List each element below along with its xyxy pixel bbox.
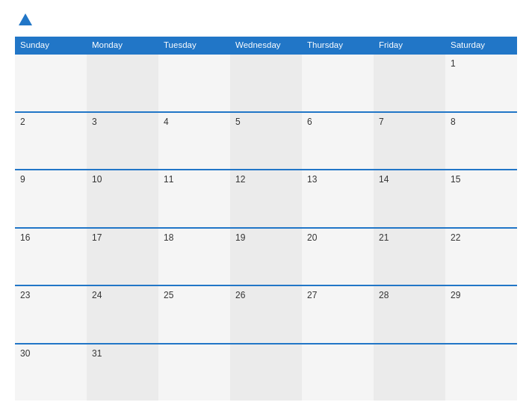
calendar-cell: 14 bbox=[374, 170, 445, 227]
day-number: 8 bbox=[451, 117, 456, 127]
day-number: 19 bbox=[235, 232, 245, 243]
calendar-cell: 6 bbox=[302, 113, 374, 170]
day-number: 22 bbox=[451, 232, 460, 243]
calendar-week-2: 2345678 bbox=[15, 111, 517, 170]
day-number: 12 bbox=[235, 174, 245, 185]
calendar-body: 1234567891011121314151617181920212223242… bbox=[15, 53, 517, 401]
day-number: 4 bbox=[164, 117, 169, 127]
calendar-cell: 21 bbox=[374, 229, 445, 285]
calendar-cell: 18 bbox=[158, 229, 230, 285]
day-number: 2 bbox=[20, 117, 25, 127]
header-saturday: Saturday bbox=[445, 37, 517, 53]
day-number: 1 bbox=[451, 58, 456, 69]
day-number: 28 bbox=[379, 290, 389, 300]
calendar-week-5: 23242526272829 bbox=[15, 285, 517, 343]
calendar-cell: 25 bbox=[158, 286, 230, 343]
day-number: 18 bbox=[164, 232, 173, 243]
header-friday: Friday bbox=[374, 37, 445, 53]
day-number: 21 bbox=[379, 232, 389, 243]
day-number: 3 bbox=[92, 117, 97, 127]
calendar-cell: 4 bbox=[158, 113, 230, 170]
calendar-week-1: 1 bbox=[15, 53, 517, 111]
day-number: 23 bbox=[20, 290, 30, 300]
day-number: 24 bbox=[92, 290, 102, 300]
calendar-cell bbox=[302, 55, 374, 111]
calendar-cell: 16 bbox=[15, 229, 87, 285]
calendar-cell bbox=[230, 344, 302, 401]
calendar-cell bbox=[15, 55, 87, 111]
day-number: 9 bbox=[20, 174, 25, 185]
calendar-cell: 10 bbox=[87, 170, 158, 227]
day-number: 31 bbox=[92, 348, 102, 359]
day-number: 15 bbox=[451, 174, 460, 185]
calendar-week-6: 3031 bbox=[15, 343, 517, 401]
calendar-cell bbox=[87, 55, 158, 111]
header bbox=[15, 13, 517, 26]
calendar-cell: 23 bbox=[15, 286, 87, 343]
calendar-cell: 24 bbox=[87, 286, 158, 343]
calendar-cell: 13 bbox=[302, 170, 374, 227]
calendar-cell: 15 bbox=[445, 170, 517, 227]
calendar-cell: 28 bbox=[374, 286, 445, 343]
calendar-cell: 29 bbox=[445, 286, 517, 343]
day-number: 13 bbox=[307, 174, 317, 185]
day-number: 6 bbox=[307, 117, 312, 127]
logo-triangle-icon bbox=[19, 13, 32, 25]
header-wednesday: Wednesday bbox=[230, 37, 302, 53]
calendar-cell: 22 bbox=[445, 229, 517, 285]
calendar-cell: 27 bbox=[302, 286, 374, 343]
header-tuesday: Tuesday bbox=[158, 37, 230, 53]
calendar-week-3: 9101112131415 bbox=[15, 169, 517, 227]
calendar-cell bbox=[374, 344, 445, 401]
calendar-cell: 31 bbox=[87, 344, 158, 401]
calendar-cell: 12 bbox=[230, 170, 302, 227]
calendar: Sunday Monday Tuesday Wednesday Thursday… bbox=[15, 37, 517, 401]
calendar-cell: 11 bbox=[158, 170, 230, 227]
calendar-cell: 17 bbox=[87, 229, 158, 285]
calendar-cell bbox=[302, 344, 374, 401]
calendar-cell: 1 bbox=[445, 55, 517, 111]
logo bbox=[15, 13, 32, 26]
calendar-cell: 9 bbox=[15, 170, 87, 227]
day-number: 27 bbox=[307, 290, 317, 300]
calendar-cell bbox=[374, 55, 445, 111]
calendar-cell: 20 bbox=[302, 229, 374, 285]
calendar-header: Sunday Monday Tuesday Wednesday Thursday… bbox=[15, 37, 517, 53]
calendar-cell: 5 bbox=[230, 113, 302, 170]
calendar-cell: 26 bbox=[230, 286, 302, 343]
day-number: 17 bbox=[92, 232, 102, 243]
calendar-page: Sunday Monday Tuesday Wednesday Thursday… bbox=[0, 0, 532, 411]
day-number: 16 bbox=[20, 232, 30, 243]
calendar-cell: 30 bbox=[15, 344, 87, 401]
calendar-cell: 2 bbox=[15, 113, 87, 170]
day-number: 10 bbox=[92, 174, 102, 185]
calendar-cell: 19 bbox=[230, 229, 302, 285]
day-number: 7 bbox=[379, 117, 384, 127]
day-number: 26 bbox=[235, 290, 245, 300]
day-number: 14 bbox=[379, 174, 389, 185]
calendar-cell: 8 bbox=[445, 113, 517, 170]
day-number: 11 bbox=[164, 174, 173, 185]
day-number: 29 bbox=[451, 290, 460, 300]
header-sunday: Sunday bbox=[15, 37, 87, 53]
calendar-week-4: 16171819202122 bbox=[15, 227, 517, 285]
day-number: 25 bbox=[164, 290, 173, 300]
calendar-cell bbox=[158, 55, 230, 111]
day-number: 20 bbox=[307, 232, 317, 243]
calendar-cell bbox=[445, 344, 517, 401]
header-monday: Monday bbox=[87, 37, 158, 53]
calendar-cell: 7 bbox=[374, 113, 445, 170]
calendar-cell: 3 bbox=[87, 113, 158, 170]
header-thursday: Thursday bbox=[302, 37, 374, 53]
day-number: 5 bbox=[235, 117, 241, 127]
calendar-cell bbox=[230, 55, 302, 111]
day-number: 30 bbox=[20, 348, 30, 359]
calendar-cell bbox=[158, 344, 230, 401]
